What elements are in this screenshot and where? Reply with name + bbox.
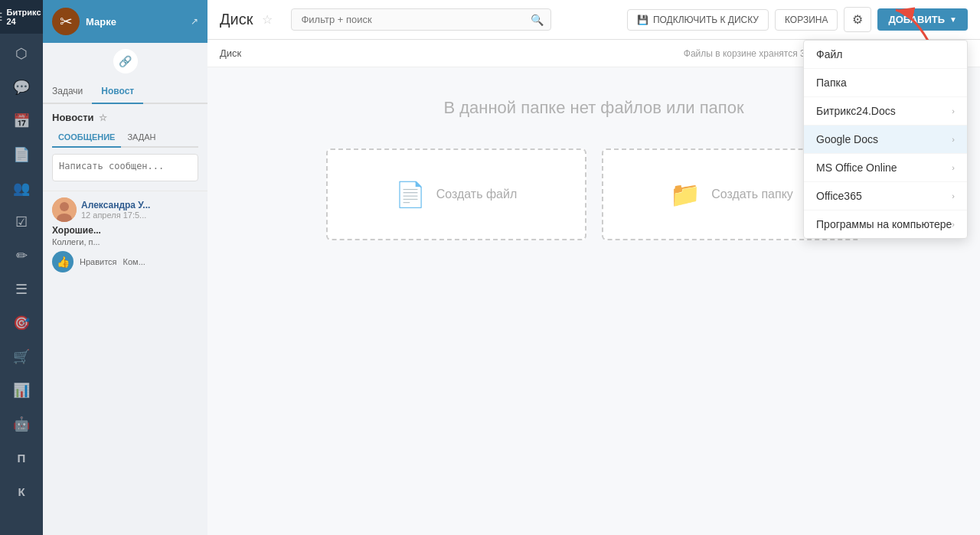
empty-message: В данной папке нет файлов или папок bbox=[443, 98, 743, 118]
post-author-name[interactable]: Александра У... bbox=[81, 200, 150, 210]
add-button[interactable]: ДОБАВИТЬ ▼ bbox=[877, 8, 968, 31]
breadcrumb: Диск bbox=[220, 47, 241, 59]
post-actions: 👍 Нравится Ком... bbox=[52, 251, 198, 272]
tab-tasks2[interactable]: ЗАДАН bbox=[121, 128, 162, 146]
message-input[interactable] bbox=[52, 154, 198, 181]
chevron-down-icon: ▼ bbox=[949, 15, 957, 24]
dropdown-item-google-docs[interactable]: Google Docs › bbox=[804, 126, 967, 154]
topbar: Диск ☆ 🔍 💾 ПОДКЛЮЧИТЬ К ДИСКУ КОРЗИНА ⚙ … bbox=[207, 0, 980, 40]
dropdown-item-ms-office[interactable]: MS Office Online › bbox=[804, 154, 967, 182]
post-item: Александра У... 12 апреля 17:5... Хороши… bbox=[43, 191, 207, 279]
home-icon: ⬡ bbox=[15, 45, 28, 62]
left-panel: ✂ Марке ↗ 🔗 Задачи Новост Новости ☆ СООБ… bbox=[43, 0, 207, 535]
search-wrapper: 🔍 bbox=[291, 8, 551, 31]
dropdown-item-file[interactable]: Файл bbox=[804, 41, 967, 69]
robot-icon: 🤖 bbox=[13, 416, 30, 432]
search-icon: 🔍 bbox=[531, 14, 544, 26]
panel-tabs: Задачи Новост bbox=[43, 80, 207, 104]
panel-header: ✂ Марке ↗ bbox=[43, 0, 207, 43]
app-title: Битрикс 24 bbox=[6, 8, 41, 26]
tab-message[interactable]: СООБЩЕНИЕ bbox=[52, 128, 121, 148]
dropdown-item-bitrix-docs[interactable]: Битрикс24.Docs › bbox=[804, 97, 967, 126]
sidebar-item-docs[interactable]: 📄 bbox=[0, 138, 43, 171]
edit-icon: ✏ bbox=[16, 247, 28, 264]
create-file-label: Создать файл bbox=[436, 188, 518, 201]
sidebar-item-calendar[interactable]: 📅 bbox=[0, 104, 43, 138]
sidebar-item-shop[interactable]: 🛒 bbox=[0, 340, 43, 374]
chevron-right-icon: › bbox=[952, 163, 955, 172]
tasks-icon: ☑ bbox=[15, 214, 28, 230]
sidebar-item-robot[interactable]: 🤖 bbox=[0, 407, 43, 441]
post-avatar bbox=[52, 197, 77, 222]
topbar-actions: 💾 ПОДКЛЮЧИТЬ К ДИСКУ КОРЗИНА ⚙ ДОБАВИТЬ … bbox=[627, 7, 968, 32]
favorite-star-icon[interactable]: ☆ bbox=[262, 12, 273, 27]
comment-link[interactable]: Ком... bbox=[123, 257, 145, 266]
chevron-right-icon: › bbox=[952, 106, 955, 116]
sidebar-item-feed[interactable]: ☰ bbox=[0, 272, 43, 306]
chevron-right-icon: › bbox=[952, 135, 955, 144]
post-author-row: Александра У... 12 апреля 17:5... bbox=[52, 197, 198, 222]
chevron-right-icon: › bbox=[952, 191, 955, 201]
create-folder-label: Создать папку bbox=[711, 188, 793, 201]
tab-news[interactable]: Новост bbox=[92, 80, 143, 104]
chat-icon: 💬 bbox=[13, 79, 30, 96]
create-file-card[interactable]: 📄 Создать файл bbox=[326, 148, 586, 240]
trash-button[interactable]: КОРЗИНА bbox=[775, 9, 838, 31]
post-author-info: Александра У... 12 апреля 17:5... bbox=[81, 200, 150, 220]
like-link[interactable]: Нравится bbox=[80, 257, 117, 266]
panel-title: Марке bbox=[86, 16, 185, 28]
sidebar-item-tasks[interactable]: ☑ bbox=[0, 205, 43, 239]
target-icon: 🎯 bbox=[13, 315, 30, 331]
folder-icon: 📁 bbox=[670, 180, 701, 209]
star-icon[interactable]: ☆ bbox=[99, 113, 107, 123]
sidebar-item-contacts[interactable]: 👥 bbox=[0, 171, 43, 205]
disk-icon: 💾 bbox=[637, 15, 648, 25]
sidebar-header: ☰ Битрикс 24 × bbox=[0, 0, 43, 34]
sidebar-item-target[interactable]: 🎯 bbox=[0, 306, 43, 340]
shop-icon: 🛒 bbox=[13, 348, 30, 365]
file-icon: 📄 bbox=[395, 180, 426, 209]
tab-tasks[interactable]: Задачи bbox=[43, 80, 92, 103]
sidebar-item-edit[interactable]: ✏ bbox=[0, 239, 43, 272]
post-title: Хорошие... bbox=[52, 225, 198, 236]
connect-button[interactable]: 💾 ПОДКЛЮЧИТЬ К ДИСКУ bbox=[627, 9, 769, 31]
p-letter-icon: П bbox=[18, 452, 26, 465]
search-input[interactable] bbox=[291, 8, 551, 31]
external-link-icon[interactable]: ↗ bbox=[191, 16, 198, 27]
section-title: Новости ☆ bbox=[43, 104, 207, 128]
dropdown-menu: Файл Папка Битрикс24.Docs › Google Docs … bbox=[803, 40, 968, 239]
sidebar: ☰ Битрикс 24 × ⬡ 💬 📅 📄 👥 ☑ ✏ ☰ 🎯 🛒 📊 🤖 П… bbox=[0, 0, 43, 535]
analytics-icon: 📊 bbox=[13, 382, 30, 399]
message-area bbox=[43, 148, 207, 191]
menu-icon[interactable]: ☰ bbox=[0, 11, 3, 23]
dropdown-item-office365[interactable]: Office365 › bbox=[804, 182, 967, 210]
sidebar-item-analytics[interactable]: 📊 bbox=[0, 374, 43, 407]
chevron-right-icon: › bbox=[952, 220, 955, 229]
sidebar-items: ⬡ 💬 📅 📄 👥 ☑ ✏ ☰ 🎯 🛒 📊 🤖 П К bbox=[0, 34, 43, 535]
sidebar-item-chat[interactable]: 💬 bbox=[0, 70, 43, 104]
post-text: Коллеги, п... bbox=[52, 237, 198, 246]
dropdown-item-folder[interactable]: Папка bbox=[804, 69, 967, 97]
settings-button[interactable]: ⚙ bbox=[844, 7, 871, 32]
contacts-icon: 👥 bbox=[13, 180, 30, 197]
docs-icon: 📄 bbox=[13, 146, 30, 163]
link-icon[interactable]: 🔗 bbox=[113, 49, 138, 73]
gear-icon: ⚙ bbox=[852, 13, 863, 26]
avatar: ✂ bbox=[52, 8, 80, 35]
dropdown-item-programs[interactable]: Программы на компьютере › bbox=[804, 210, 967, 238]
svg-point-1 bbox=[60, 202, 69, 211]
calendar-icon: 📅 bbox=[13, 113, 30, 129]
sidebar-item-home[interactable]: ⬡ bbox=[0, 37, 43, 70]
sidebar-item-p[interactable]: П bbox=[0, 441, 43, 475]
create-cards: 📄 Создать файл 📁 Создать папку bbox=[326, 148, 862, 240]
page-title: Диск bbox=[220, 11, 253, 28]
k-letter-icon: К bbox=[18, 485, 24, 498]
sidebar-item-k[interactable]: К bbox=[0, 475, 43, 508]
like-button[interactable]: 👍 bbox=[52, 251, 74, 272]
message-tabs: СООБЩЕНИЕ ЗАДАН bbox=[52, 128, 198, 148]
post-date: 12 апреля 17:5... bbox=[81, 210, 150, 220]
feed-icon: ☰ bbox=[15, 281, 28, 298]
main-area: Диск ☆ 🔍 💾 ПОДКЛЮЧИТЬ К ДИСКУ КОРЗИНА ⚙ … bbox=[207, 0, 980, 535]
link-row: 🔗 bbox=[43, 43, 207, 80]
